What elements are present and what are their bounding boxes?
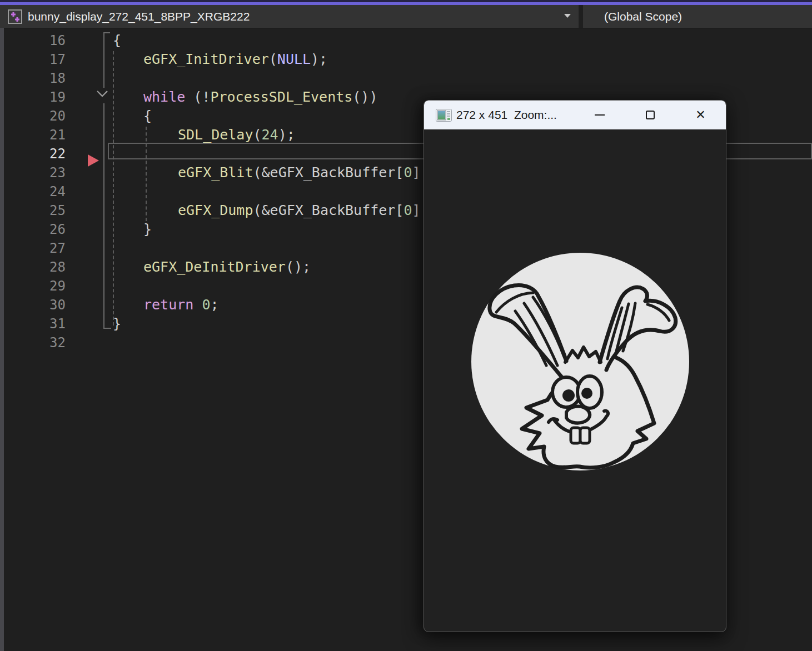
cpp-file-icon (8, 9, 22, 24)
sdl-output-window[interactable]: 272 x 451 Zoom:... ✕ (424, 100, 726, 632)
code-line: SDL_Delay(24); (178, 126, 295, 144)
code-line: { (113, 31, 121, 50)
close-icon: ✕ (695, 109, 705, 121)
file-name-label: bunny_display_272_451_8BPP_XRGB222 (28, 10, 250, 23)
code-line: } (113, 314, 121, 333)
line-number: 31 (16, 314, 66, 333)
indent-guide-outer (113, 51, 114, 326)
line-number: 20 (16, 107, 66, 126)
line-number: 29 (16, 277, 66, 296)
line-number: 22 (16, 144, 66, 163)
minimize-button[interactable] (574, 101, 625, 129)
line-number: 16 (16, 31, 66, 50)
framebuffer-canvas (424, 129, 726, 632)
execution-pointer-icon[interactable] (88, 154, 99, 167)
scope-guide-top (103, 32, 110, 88)
code-line: eGFX_InitDriver(NULL); (143, 50, 327, 69)
minimize-icon (595, 114, 605, 116)
line-number: 23 (16, 163, 66, 182)
line-number: 19 (16, 88, 66, 107)
window-titlebar[interactable]: 272 x 451 Zoom:... ✕ (424, 101, 726, 129)
code-line: { (143, 107, 152, 126)
chevron-down-icon[interactable] (564, 14, 571, 18)
code-line: return 0; (143, 296, 219, 314)
line-number: 21 (16, 126, 66, 144)
code-line: eGFX_Blit(&eGFX_BackBuffer[0] (178, 163, 421, 182)
indent-guide-inner (146, 127, 147, 221)
line-number: 18 (16, 69, 66, 88)
scope-label: (Global Scope) (604, 10, 682, 23)
code-line: } (143, 220, 152, 239)
line-number: 32 (16, 333, 66, 352)
close-button[interactable]: ✕ (675, 101, 726, 129)
maximize-icon (646, 111, 655, 119)
line-number: 24 (16, 182, 66, 201)
line-number: 25 (16, 201, 66, 220)
collapse-chevron-icon[interactable] (96, 89, 109, 98)
file-dropdown[interactable]: bunny_display_272_451_8BPP_XRGB222 (0, 5, 579, 28)
vs-editor-screen: bunny_display_272_451_8BPP_XRGB222 (Glob… (0, 0, 812, 651)
editor-left-edge[interactable] (0, 28, 4, 651)
bunny-image (471, 252, 690, 471)
scope-guide-bottom (103, 103, 111, 329)
scope-dropdown[interactable]: (Global Scope) (579, 5, 812, 28)
code-line: eGFX_Dump(&eGFX_BackBuffer[0] (178, 201, 421, 220)
line-number: 27 (16, 239, 66, 258)
line-number: 28 (16, 258, 66, 277)
code-line: while (!ProcessSDL_Events()) (143, 88, 377, 107)
window-title: 272 x 451 Zoom:... (456, 108, 574, 122)
line-number: 30 (16, 296, 66, 314)
line-number: 26 (16, 220, 66, 239)
code-line: eGFX_DeInitDriver(); (143, 258, 311, 277)
navigation-bar: bunny_display_272_451_8BPP_XRGB222 (Glob… (0, 5, 812, 28)
app-image-icon (436, 109, 452, 122)
line-number: 17 (16, 50, 66, 69)
maximize-button[interactable] (625, 101, 675, 129)
